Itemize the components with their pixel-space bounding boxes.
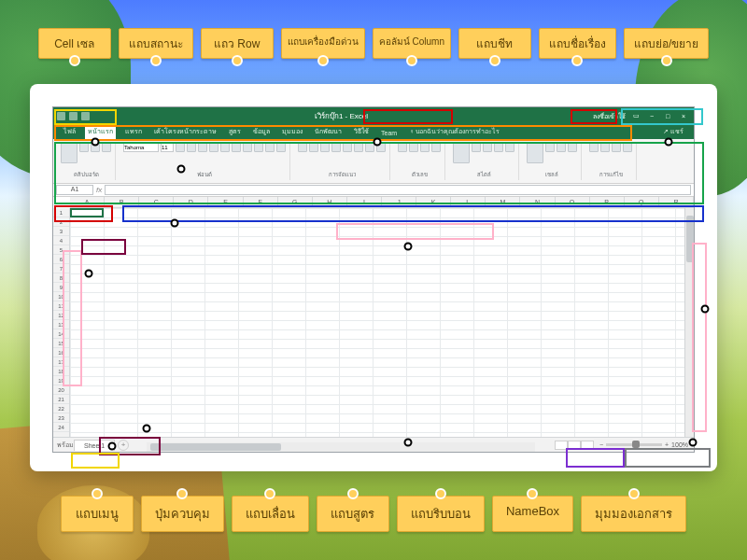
row-header-3[interactable]: 3 (53, 227, 69, 236)
target-row-header[interactable] (63, 250, 82, 385)
label-bottom-3[interactable]: แถบสูตร (317, 496, 389, 532)
window-title: เวิร์กบุ๊ก1 - Excel (90, 110, 593, 122)
zoom-out-button[interactable]: − (599, 441, 603, 448)
target-menu-bar[interactable] (54, 125, 631, 141)
drop-peg-11[interactable] (108, 442, 117, 451)
label-bottom-5[interactable]: NameBox (492, 496, 573, 532)
target-zoom[interactable] (625, 448, 711, 468)
drop-peg-9[interactable] (403, 438, 412, 446)
rows-area: 123456789101112131415161718192021222324 (53, 208, 684, 437)
zoom-slider-thumb[interactable] (632, 441, 640, 448)
target-ribbon[interactable] (54, 142, 704, 203)
status-text: พร้อม (57, 440, 74, 450)
target-vertical-scrollbar[interactable] (692, 243, 707, 432)
drop-peg-5[interactable] (403, 243, 412, 251)
target-title-bar[interactable] (363, 109, 453, 125)
label-top-3[interactable]: แถบเครื่องมือด่วน (281, 28, 365, 59)
drop-peg-2[interactable] (665, 138, 673, 147)
row-header-20[interactable]: 20 (53, 385, 69, 395)
horizontal-scrollbar-thumb[interactable] (150, 443, 281, 451)
label-bottom-0[interactable]: แถบเมนู (61, 496, 134, 532)
labels-top-row: Cell เซลแถบสถานะแถว Rowแถบเครื่องมือด่วน… (0, 28, 747, 59)
target-formula-bar[interactable] (122, 205, 704, 221)
label-top-6[interactable]: แถบชื่อเรื่อง (539, 28, 616, 59)
row-header-21[interactable]: 21 (53, 395, 69, 404)
target-window-controls[interactable] (621, 108, 703, 126)
row-header-24[interactable]: 24 (53, 423, 69, 432)
horizontal-scrollbar[interactable] (147, 442, 535, 452)
target-signin[interactable] (571, 109, 617, 125)
target-column-header[interactable] (336, 223, 494, 239)
label-bottom-2[interactable]: แถบเลื่อน (232, 496, 309, 532)
row-header-4[interactable]: 4 (53, 236, 69, 245)
target-status-bar[interactable] (71, 453, 120, 469)
drop-peg-4[interactable] (170, 219, 178, 228)
cells-grid[interactable] (70, 208, 684, 437)
zoom-value[interactable]: 100% (671, 441, 688, 448)
target-quick-access[interactable] (54, 109, 116, 126)
row-header-22[interactable]: 22 (53, 404, 69, 413)
label-top-1[interactable]: แถบสถานะ (119, 28, 193, 59)
row-header-23[interactable]: 23 (53, 413, 69, 423)
label-top-2[interactable]: แถว Row (201, 28, 274, 59)
question-card: เวิร์กบุ๊ก1 - Excel ลงชื่อเข้าใช้ ▭ − □ … (30, 84, 717, 471)
drop-peg-7[interactable] (700, 304, 709, 313)
drop-peg-0[interactable] (91, 138, 99, 147)
zoom-slider[interactable] (606, 443, 662, 446)
zoom-in-button[interactable]: + (665, 441, 669, 448)
labels-bottom-row: แถบเมนูปุ่มควบคุมแถบเลื่อนแถบสูตรแถบริบบ… (0, 496, 747, 532)
label-bottom-6[interactable]: มุมมองเอกสาร (581, 496, 686, 532)
label-top-7[interactable]: แถบย่อ/ขยาย (624, 28, 709, 59)
target-view-buttons[interactable] (566, 448, 625, 468)
share-button[interactable]: ↗ แชร์ (660, 124, 686, 139)
target-name-box[interactable] (54, 205, 113, 221)
label-top-4[interactable]: คอลัมน์ Column (373, 28, 451, 59)
drop-peg-8[interactable] (143, 425, 151, 433)
drop-peg-6[interactable] (84, 270, 92, 278)
drop-peg-1[interactable] (373, 138, 381, 147)
label-top-5[interactable]: แถบชีท (458, 28, 531, 59)
drop-peg-3[interactable] (176, 165, 185, 174)
drop-peg-10[interactable] (689, 438, 698, 446)
label-bottom-1[interactable]: ปุ่มควบคุม (141, 496, 224, 532)
label-top-0[interactable]: Cell เซล (38, 28, 111, 59)
target-cell[interactable] (81, 239, 126, 255)
zoom-control: − + 100% (599, 441, 688, 448)
label-bottom-4[interactable]: แถบริบบอน (397, 496, 485, 532)
